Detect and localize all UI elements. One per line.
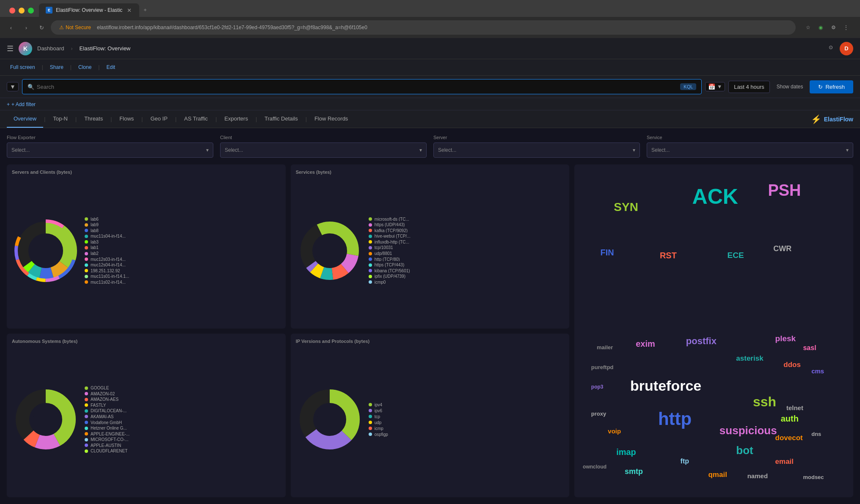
client-select[interactable]: Select... ▾	[220, 142, 427, 158]
new-tab-button[interactable]: ＋	[139, 3, 151, 17]
tab-label: ElastiFlow: Overview - Elastic	[56, 7, 122, 13]
kibana-logo: K	[19, 42, 32, 55]
search-icon: 🔍	[28, 84, 34, 90]
legend-influxdb: influxdb-http (TC...	[369, 240, 565, 244]
wc-sasl: sasl	[803, 344, 816, 352]
back-button[interactable]: ‹	[5, 22, 17, 33]
puzzle-icon[interactable]: ⚙	[828, 22, 839, 33]
legend-google: GOOGLE	[85, 386, 281, 390]
legend-microsoft: MICROSOFT-CO-...	[85, 437, 281, 442]
flag-cwr: CWR	[773, 244, 791, 253]
kql-badge[interactable]: KQL	[680, 83, 696, 90]
tab-close-icon[interactable]: ✕	[126, 7, 132, 14]
servers-clients-title: Servers and Clients (bytes)	[12, 170, 281, 175]
traffic-lights	[4, 8, 39, 17]
legend-apple-austin: APPLE-AUSTIN	[85, 443, 281, 448]
search-input[interactable]	[37, 84, 680, 90]
legend-udp: udp	[369, 420, 565, 425]
wc-dovecot: dovecot	[775, 434, 803, 442]
legend-digitalocean: DIGITALOCEAN-...	[85, 409, 281, 414]
search-row: ▼ 🔍 KQL 📅 ▼ Last 4 hours Show dates ↻ Re…	[0, 76, 860, 98]
refresh-label: Refresh	[825, 84, 845, 90]
service-label: Service	[647, 135, 853, 140]
refresh-icon: ↻	[818, 84, 823, 90]
tab-flow-records[interactable]: Flow Records	[308, 110, 355, 128]
flow-exporter-filter: Flow Exporter Select... ▾	[7, 135, 213, 158]
extensions-icon[interactable]: ◉	[815, 22, 826, 33]
edit-button[interactable]: Edit	[103, 63, 119, 72]
legend-item-198: 198.251.132.92	[85, 268, 281, 273]
search-filter-icon: ▼	[10, 83, 16, 90]
close-button[interactable]	[9, 8, 15, 14]
user-avatar[interactable]: D	[840, 42, 853, 55]
full-screen-button[interactable]: Full screen	[7, 63, 39, 72]
legend-hetzner: Hetzner Online G...	[85, 426, 281, 430]
tab-traffic-details[interactable]: Traffic Details	[258, 110, 305, 128]
flag-fin: FIN	[600, 248, 614, 257]
nav-tabs: Overview | Top-N | Threats | Flows | Geo…	[0, 110, 860, 128]
add-filter-button[interactable]: + + Add filter	[7, 100, 853, 109]
legend-https-udp: https (UDP/443)	[369, 222, 565, 227]
reload-button[interactable]: ↻	[36, 22, 47, 33]
flow-exporter-select[interactable]: Select... ▾	[7, 142, 213, 158]
legend-http80: http (TCP/80)	[369, 257, 565, 262]
page-title: ElastiFlow: Overview	[80, 45, 131, 52]
breadcrumb-dashboard[interactable]: Dashboard	[37, 45, 64, 52]
wc-telnet: telnet	[786, 404, 803, 411]
forward-button[interactable]: ›	[20, 22, 32, 33]
wc-plesk: plesk	[775, 334, 796, 343]
tab-exporters[interactable]: Exporters	[218, 110, 255, 128]
legend-ospfigp: ospfigp	[369, 432, 565, 437]
wc-imap: imap	[616, 447, 636, 457]
time-range-label: Last 4 hours	[734, 84, 764, 90]
tab-overview[interactable]: Overview	[7, 110, 43, 128]
tab-top-n[interactable]: Top-N	[46, 110, 74, 128]
wc-owncloud: owncloud	[583, 464, 606, 470]
more-icon[interactable]: ⋮	[841, 22, 852, 33]
flow-exporter-label: Flow Exporter	[7, 135, 213, 140]
legend-udp8801: udp/8801	[369, 251, 565, 256]
wc-mailer: mailer	[597, 344, 613, 351]
hamburger-menu[interactable]: ☰	[7, 44, 14, 53]
search-box[interactable]: 🔍 KQL	[22, 79, 702, 94]
time-picker[interactable]: Last 4 hours	[728, 81, 770, 93]
ip-versions-donut	[296, 386, 364, 453]
show-dates-button[interactable]: Show dates	[773, 84, 807, 90]
tab-geo-ip[interactable]: Geo IP	[143, 110, 174, 128]
legend-item-muc11s01: muc11s01-in-f14.1...	[85, 274, 281, 279]
wc-email: email	[775, 457, 794, 466]
tab-flows[interactable]: Flows	[113, 110, 141, 128]
wc-voip: voip	[608, 427, 621, 435]
calendar-dropdown-icon: ▼	[717, 84, 722, 90]
star-icon[interactable]: ☆	[802, 22, 813, 33]
active-tab[interactable]: E ElastiFlow: Overview - Elastic ✕	[39, 3, 139, 17]
svg-point-28	[33, 407, 58, 432]
url-bar[interactable]: ⚠ Not Secure elastiflow.irobert.info/app…	[51, 20, 796, 35]
wc-suspicious: suspicious	[719, 424, 777, 437]
svg-point-23	[315, 236, 344, 265]
wc-ssh: ssh	[753, 394, 776, 410]
minimize-button[interactable]	[19, 8, 25, 14]
autonomous-chart: GOOGLE AMAZON-02 AMAZON-AES FASTLY DIGIT…	[12, 347, 281, 493]
wc-named: named	[747, 472, 768, 479]
servers-clients-donut	[12, 217, 80, 285]
tab-as-traffic[interactable]: AS Traffic	[177, 110, 215, 128]
legend-item-muc11s02: muc11s02-in-f14...	[85, 280, 281, 285]
tab-threats[interactable]: Threats	[77, 110, 110, 128]
wc-proxy: proxy	[591, 411, 606, 417]
share-button[interactable]: Share	[47, 63, 67, 72]
client-filter: Client Select... ▾	[220, 135, 427, 158]
legend-amazon-aes: AMAZON-AES	[85, 397, 281, 402]
legend-item-lab2: lab2	[85, 251, 281, 256]
refresh-button[interactable]: ↻ Refresh	[810, 80, 853, 93]
legend-item-lab9: lab9	[85, 222, 281, 227]
service-select[interactable]: Select... ▾	[647, 142, 853, 158]
wc-purfetpd: pureftpd	[591, 364, 614, 370]
settings-icon[interactable]: ⊙	[825, 42, 836, 53]
legend-item-muc12s04: muc12s04-in-f14...	[85, 263, 281, 267]
maximize-button[interactable]	[28, 8, 34, 14]
flag-syn: SYN	[614, 200, 638, 214]
service-filter: Service Select... ▾	[647, 135, 853, 158]
server-select[interactable]: Select... ▾	[433, 142, 640, 158]
clone-button[interactable]: Clone	[75, 63, 95, 72]
